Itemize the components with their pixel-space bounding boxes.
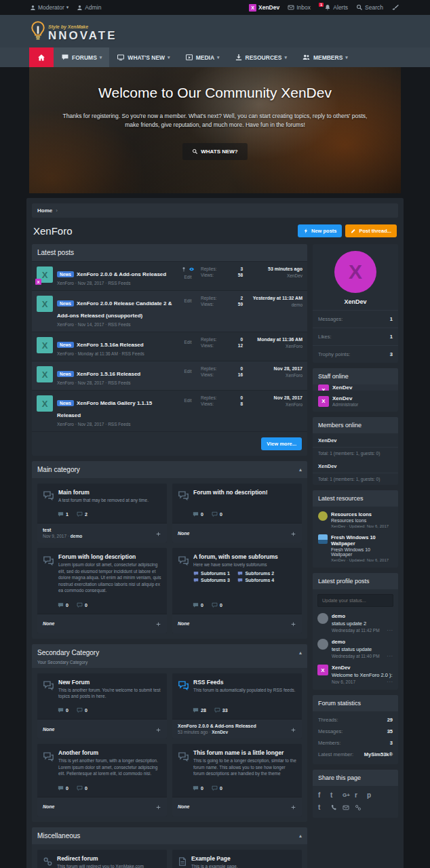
account-menu[interactable]: X XenDev: [249, 4, 279, 12]
profile-post-date[interactable]: Wednesday at 11:42 PM: [332, 628, 380, 633]
expand-plus-icon[interactable]: [290, 723, 296, 735]
forum-name-link[interactable]: Another forum: [58, 749, 161, 756]
status-update-input[interactable]: [317, 594, 393, 607]
forum-name-link[interactable]: Example Page: [191, 855, 238, 862]
profile-post-author[interactable]: demo: [332, 613, 393, 619]
forum-name-link[interactable]: This forum name is a little longer: [193, 749, 296, 756]
search-link[interactable]: Search: [356, 4, 383, 11]
collapse-caret-icon[interactable]: ▴: [299, 467, 302, 473]
last-post-author[interactable]: demo: [247, 302, 302, 307]
admin-link[interactable]: Admin: [77, 4, 101, 11]
profile-post-author[interactable]: demo: [332, 639, 393, 645]
last-thread-link[interactable]: XenForo 2.0.0 & Add-ons Released: [178, 724, 256, 728]
forum-name-link[interactable]: Forum with long description: [58, 553, 161, 560]
avatar[interactable]: [317, 639, 328, 650]
nav-tab-media[interactable]: MEDIA ▾: [178, 47, 227, 67]
edit-link[interactable]: Edit: [179, 298, 197, 303]
profile-name-link[interactable]: XenDev: [313, 298, 398, 311]
avatar[interactable]: X: [37, 366, 53, 382]
inbox-link[interactable]: Inbox: [288, 4, 311, 11]
forum-name-link[interactable]: Main forum: [58, 489, 149, 496]
avatar[interactable]: XX: [37, 267, 53, 283]
last-post-author[interactable]: XenForo: [247, 402, 302, 407]
avatar[interactable]: X: [317, 665, 328, 675]
copy-link-icon[interactable]: [355, 804, 367, 811]
edit-link[interactable]: Edit: [179, 275, 197, 279]
last-post-date[interactable]: 53 minutes ago: [247, 267, 302, 271]
expand-plus-icon[interactable]: [155, 618, 161, 630]
whatsapp-icon[interactable]: [330, 804, 343, 811]
staff-member-row[interactable]: X XenDev Administrator: [313, 391, 398, 412]
pinterest-icon[interactable]: p: [367, 791, 379, 799]
last-thread-author[interactable]: XenDev: [212, 730, 228, 734]
thread-title-link[interactable]: XenForo 1.5.16a Released: [77, 342, 144, 348]
new-posts-button[interactable]: New posts: [298, 224, 343, 237]
resource-title-link[interactable]: Fresh Windows 10 Wallpaper: [331, 534, 393, 547]
last-post-author[interactable]: XenForo: [247, 373, 302, 378]
avatar[interactable]: X: [37, 395, 53, 412]
view-more-button[interactable]: View more...: [261, 437, 302, 450]
edit-link[interactable]: Edit: [179, 369, 197, 374]
profile-post-date[interactable]: Wednesday at 11:40 PM: [332, 654, 380, 658]
style-chooser-button[interactable]: [391, 4, 399, 12]
edit-link[interactable]: Edit: [179, 398, 197, 403]
resource-title-link[interactable]: Resources Icons: [331, 511, 389, 517]
collapse-caret-icon[interactable]: ▴: [299, 833, 302, 839]
edit-link[interactable]: Edit: [179, 340, 197, 344]
last-post-date[interactable]: Yesterday at 11:32 AM: [247, 296, 302, 300]
moderator-menu[interactable]: Moderator ▾: [30, 4, 69, 11]
nav-tab-forums[interactable]: FORUMS ▾: [54, 47, 109, 67]
twitter-icon[interactable]: t: [330, 791, 343, 799]
subforum-link[interactable]: Subforums 1: [193, 571, 233, 576]
collapse-caret-icon[interactable]: ▴: [299, 650, 302, 656]
more-options-icon[interactable]: ···: [387, 679, 394, 684]
expand-plus-icon[interactable]: [155, 801, 161, 813]
last-post-date[interactable]: Monday at 11:36 AM: [247, 337, 302, 342]
email-share-icon[interactable]: [343, 804, 355, 811]
expand-plus-icon[interactable]: [290, 618, 296, 630]
subforum-link[interactable]: Subforums 4: [237, 578, 277, 583]
avatar[interactable]: X: [37, 296, 53, 312]
expand-plus-icon[interactable]: [290, 801, 296, 813]
avatar[interactable]: [317, 613, 328, 624]
reddit-icon[interactable]: r: [355, 791, 367, 799]
expand-plus-icon[interactable]: [290, 527, 296, 539]
category-title[interactable]: Secondary Category: [37, 649, 99, 656]
category-title[interactable]: Main category: [37, 466, 80, 473]
last-post-date[interactable]: Nov 28, 2017: [247, 366, 302, 371]
breadcrumb-home-link[interactable]: Home: [37, 208, 52, 214]
alerts-link[interactable]: 1 Alerts: [319, 4, 348, 11]
nav-tab-resources[interactable]: RESOURCES ▾: [227, 47, 294, 67]
subforum-link[interactable]: Subforums 3: [193, 578, 233, 583]
more-options-icon[interactable]: ···: [387, 654, 394, 658]
last-thread-author[interactable]: demo: [71, 534, 82, 538]
tumblr-icon[interactable]: t: [318, 804, 330, 811]
category-title[interactable]: Miscellaneous: [37, 832, 80, 840]
last-thread-link[interactable]: test: [43, 528, 82, 532]
last-post-author[interactable]: XenForo: [247, 344, 302, 349]
thread-title-link[interactable]: XenForo 2.0.0 Release Candidate 2 & Add-…: [57, 300, 172, 319]
site-logo[interactable]: Style by XenMake NNOVATE: [29, 21, 117, 41]
expand-plus-icon[interactable]: [155, 723, 161, 735]
facebook-icon[interactable]: f: [318, 791, 330, 799]
avatar[interactable]: X: [334, 251, 376, 293]
avatar[interactable]: X: [37, 337, 53, 353]
subforum-link[interactable]: Subforums 2: [237, 571, 277, 576]
forum-name-link[interactable]: Forum with no description!: [193, 489, 268, 496]
forum-name-link[interactable]: Redirect forum: [57, 855, 144, 862]
profile-post-date[interactable]: Nov 6, 2017: [332, 679, 355, 684]
more-options-icon[interactable]: ···: [387, 628, 394, 633]
nav-tab-whats-new[interactable]: WHAT'S NEW ▾: [109, 47, 177, 67]
forum-name-link[interactable]: RSS Feeds: [193, 679, 296, 686]
profile-post-author[interactable]: XenDev: [332, 665, 393, 671]
last-post-date[interactable]: Nov 28, 2017: [247, 395, 302, 400]
forum-name-link[interactable]: New Forum: [58, 679, 161, 686]
forum-name-link[interactable]: A forum, with some subforums: [193, 553, 278, 560]
nav-home-button[interactable]: [29, 47, 54, 67]
online-member-link[interactable]: XenDev: [313, 459, 398, 473]
online-member-link[interactable]: XenDev: [313, 433, 398, 447]
expand-plus-icon[interactable]: [155, 527, 161, 539]
thread-title-link[interactable]: XenForo 2.0.0 & Add-ons Released: [77, 271, 166, 277]
last-post-author[interactable]: XenDev: [247, 273, 302, 278]
google-plus-icon[interactable]: G+: [343, 791, 355, 799]
